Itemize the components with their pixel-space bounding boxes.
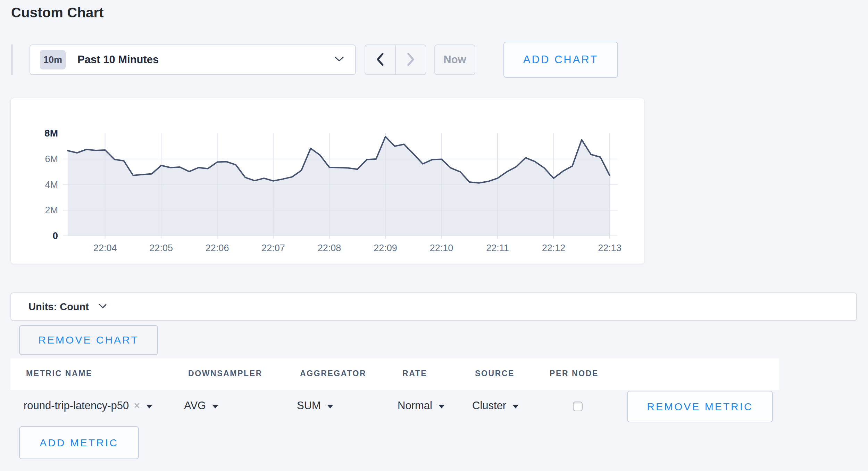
rate-dropdown[interactable]: Normal [398, 398, 445, 413]
dropdown-caret-icon [146, 405, 152, 408]
controls-left-divider [11, 44, 12, 75]
metric-name-dropdown[interactable]: round-trip-latency-p50 × [24, 398, 152, 413]
time-back-button[interactable] [365, 45, 396, 74]
x-axis-tick-label: 22:06 [206, 243, 229, 253]
column-header-rate: RATE [402, 369, 427, 378]
y-axis-tick-label: 2M [45, 205, 58, 215]
units-dropdown-label: Units: Count [28, 301, 89, 313]
column-header-aggregator: AGGREGATOR [300, 369, 366, 378]
x-axis-tick-label: 22:08 [318, 243, 341, 253]
column-header-metric-name: METRIC NAME [26, 369, 92, 378]
x-axis-tick-label: 22:12 [542, 243, 566, 253]
source-value: Cluster [472, 399, 506, 412]
dropdown-caret-icon [327, 405, 333, 408]
dropdown-caret-icon [212, 405, 218, 408]
x-axis-tick-label: 22:09 [374, 243, 397, 253]
source-dropdown[interactable]: Cluster [472, 398, 519, 413]
column-header-downsampler: DOWNSAMPLER [188, 369, 262, 378]
downsampler-value: AVG [184, 399, 206, 412]
chevron-right-icon [407, 53, 415, 67]
y-axis-tick-label: 8M [44, 128, 58, 139]
chart-card: 22:0422:0522:0622:0722:0822:0922:1022:11… [10, 98, 645, 264]
add-metric-button[interactable]: ADD METRIC [19, 426, 139, 459]
clear-metric-icon[interactable]: × [134, 399, 140, 412]
rate-value: Normal [398, 399, 432, 412]
remove-chart-button[interactable]: REMOVE CHART [19, 325, 158, 355]
add-chart-button[interactable]: ADD CHART [503, 42, 618, 78]
x-axis-tick-label: 22:07 [261, 243, 285, 253]
aggregator-value: SUM [297, 399, 321, 412]
metric-name-value: round-trip-latency-p50 [24, 399, 129, 412]
x-axis-tick-label: 22:10 [430, 243, 453, 253]
custom-chart-page: Custom Chart 10m Past 10 Minutes Now ADD… [0, 0, 868, 471]
time-range-badge: 10m [40, 50, 66, 69]
column-header-source: SOURCE [475, 369, 515, 378]
x-axis-tick-label: 22:13 [598, 243, 621, 253]
remove-metric-button[interactable]: REMOVE METRIC [627, 391, 773, 422]
time-forward-button[interactable] [396, 45, 426, 74]
y-axis-tick-label: 6M [45, 154, 58, 164]
chevron-left-icon [376, 53, 384, 67]
series-area [68, 137, 610, 236]
downsampler-dropdown[interactable]: AVG [184, 398, 218, 413]
y-axis-tick-label: 0 [52, 230, 58, 241]
x-axis-tick-label: 22:04 [93, 243, 117, 253]
chevron-down-icon [334, 56, 344, 64]
x-axis-tick-label: 22:05 [149, 243, 173, 253]
page-title: Custom Chart [11, 5, 104, 20]
x-axis-tick-label: 22:11 [486, 243, 509, 253]
aggregator-dropdown[interactable]: SUM [297, 398, 333, 413]
units-dropdown[interactable]: Units: Count [10, 292, 857, 321]
time-step-button-group [365, 44, 426, 75]
per-node-checkbox[interactable] [573, 402, 583, 411]
column-header-per-node: PER NODE [550, 369, 599, 378]
time-range-label: Past 10 Minutes [77, 53, 159, 66]
dropdown-caret-icon [512, 405, 519, 408]
time-range-dropdown[interactable]: 10m Past 10 Minutes [30, 44, 356, 75]
metric-line-chart[interactable]: 22:0422:0522:0622:0722:0822:0922:1022:11… [11, 98, 644, 264]
metric-table-header: METRIC NAME DOWNSAMPLER AGGREGATOR RATE … [10, 358, 779, 390]
now-button[interactable]: Now [434, 44, 475, 75]
y-axis-tick-label: 4M [45, 180, 58, 190]
dropdown-caret-icon [439, 405, 445, 408]
chevron-down-icon [99, 304, 107, 310]
